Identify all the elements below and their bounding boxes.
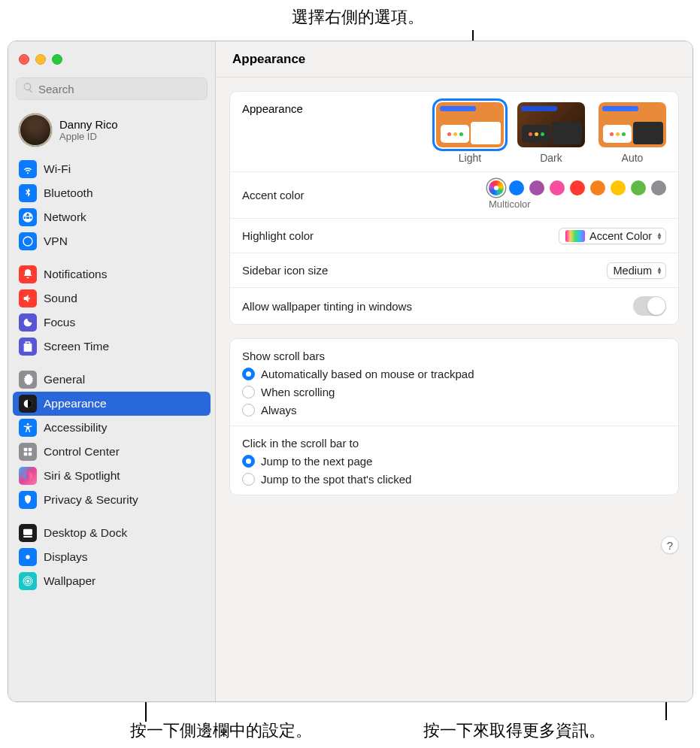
scrollclick-radio[interactable]: Jump to the next page <box>242 455 666 468</box>
radio-icon <box>242 404 255 416</box>
sidebar-item-label: Sound <box>44 292 77 305</box>
sidebar-item-focus[interactable]: Focus <box>13 310 211 335</box>
accent-swatch[interactable] <box>529 180 544 195</box>
content-body: Appearance LightDarkAuto Accent color Mu… <box>216 77 692 701</box>
sidebar-item-wifi[interactable]: Wi-Fi <box>13 157 211 181</box>
sidebar-item-bluetooth[interactable]: Bluetooth <box>13 181 211 205</box>
page-title: Appearance <box>232 52 305 67</box>
theme-light[interactable]: Light <box>436 102 504 164</box>
wallpaper-tint-switch[interactable] <box>633 296 666 316</box>
sidebar-item-screentime[interactable]: Screen Time <box>13 335 211 359</box>
sidebar-item-label: General <box>44 373 85 386</box>
sidebar-item-desktop[interactable]: Desktop & Dock <box>13 521 211 545</box>
sidebar-item-wallpaper[interactable]: Wallpaper <box>13 569 211 593</box>
scrollbars-radio[interactable]: Automatically based on mouse or trackpad <box>242 368 666 380</box>
search-field[interactable] <box>16 77 208 100</box>
radio-label: Automatically based on mouse or trackpad <box>261 368 474 380</box>
account-sub: Apple ID <box>59 131 118 142</box>
sidebar-item-general[interactable]: General <box>13 368 211 392</box>
sidebar-item-label: Wallpaper <box>44 574 95 588</box>
siri-icon <box>19 467 37 485</box>
accent-swatch[interactable] <box>489 180 504 195</box>
avatar <box>19 114 52 147</box>
accent-swatch[interactable] <box>651 180 666 195</box>
theme-thumb <box>517 102 585 147</box>
titlebar <box>8 41 215 77</box>
radio-icon <box>242 386 255 398</box>
minimize-button[interactable] <box>35 54 46 65</box>
scrollclick-radio[interactable]: Jump to the spot that's clicked <box>242 473 666 486</box>
sidebar-size-popup[interactable]: Medium ▲▼ <box>607 262 667 279</box>
svg-point-6 <box>23 471 32 480</box>
focus-icon <box>19 313 37 332</box>
appearance-icon <box>19 395 37 413</box>
content: Appearance Appearance LightDarkAuto Acce… <box>216 41 692 701</box>
scrollbars-group: Automatically based on mouse or trackpad… <box>242 368 666 416</box>
sidebar-item-label: Wi-Fi <box>44 162 71 176</box>
screentime-icon <box>19 338 37 356</box>
radio-icon <box>242 455 255 468</box>
search-icon <box>23 82 34 96</box>
sidebar-item-displays[interactable]: Displays <box>13 545 211 569</box>
highlight-label: Highlight color <box>242 229 559 242</box>
radio-icon <box>242 473 255 486</box>
scrollclick-group: Jump to the next pageJump to the spot th… <box>242 455 666 486</box>
svg-rect-3 <box>29 448 32 452</box>
sidebar-item-privacy[interactable]: Privacy & Security <box>13 488 211 512</box>
sidebar-item-label: Screen Time <box>44 340 109 353</box>
accent-label: Accent color <box>242 189 489 201</box>
theme-auto[interactable]: Auto <box>598 102 666 164</box>
sidebar-item-network[interactable]: Network <box>13 205 211 229</box>
highlight-popup[interactable]: Accent Color ▲▼ <box>559 228 666 244</box>
chevron-updown-icon: ▲▼ <box>656 232 662 240</box>
callout-bottom-right: 按一下來取得更多資訊。 <box>423 719 605 742</box>
svg-rect-8 <box>23 536 32 538</box>
radio-label: Jump to the spot that's clicked <box>261 473 411 486</box>
sidebar-item-notifications[interactable]: Notifications <box>13 262 211 286</box>
close-button[interactable] <box>19 54 29 65</box>
sidebar-item-siri[interactable]: Siri & Spotlight <box>13 464 211 488</box>
svg-rect-4 <box>24 453 28 456</box>
theme-label: Auto <box>598 152 666 164</box>
desktop-icon <box>19 524 37 542</box>
sidebar-item-vpn[interactable]: VPN <box>13 229 211 253</box>
chevron-updown-icon: ▲▼ <box>656 267 662 274</box>
account-name: Danny Rico <box>59 118 118 131</box>
highlight-value: Accent Color <box>589 230 652 242</box>
accent-swatch[interactable] <box>550 180 565 195</box>
sidebar-item-label: Displays <box>44 550 88 564</box>
theme-thumb <box>436 102 504 147</box>
sidebar-item-label: Desktop & Dock <box>44 526 127 540</box>
accent-swatch[interactable] <box>590 180 605 195</box>
wallpaper-tint-label: Allow wallpaper tinting in windows <box>242 300 633 313</box>
svg-point-10 <box>26 580 29 583</box>
zoom-button[interactable] <box>52 54 62 65</box>
accent-swatch[interactable] <box>509 180 524 195</box>
sidebar-item-label: Bluetooth <box>44 186 93 200</box>
accent-swatch[interactable] <box>631 180 646 195</box>
theme-dark[interactable]: Dark <box>517 102 585 164</box>
sidebar-item-label: Network <box>44 210 86 224</box>
highlight-row: Highlight color Accent Color ▲▼ <box>230 219 678 253</box>
accent-swatch[interactable] <box>611 180 626 195</box>
wifi-icon <box>19 160 37 178</box>
help-button[interactable]: ? <box>661 536 679 554</box>
sound-icon <box>19 289 37 307</box>
sidebar-item-controlcenter[interactable]: Control Center <box>13 440 211 464</box>
theme-options: LightDarkAuto <box>436 102 666 164</box>
search-input[interactable] <box>38 83 201 95</box>
account-row[interactable]: Danny Rico Apple ID <box>8 106 215 157</box>
sidebar-item-label: Focus <box>44 316 75 329</box>
accent-swatch[interactable] <box>570 180 585 195</box>
appearance-panel: Appearance LightDarkAuto Accent color Mu… <box>229 91 679 325</box>
sidebar-size-value: Medium <box>614 265 653 277</box>
sidebar-item-appearance[interactable]: Appearance <box>13 392 211 416</box>
scrollbars-radio[interactable]: When scrolling <box>242 386 666 398</box>
sidebar-item-label: Control Center <box>44 445 120 459</box>
sidebar-item-sound[interactable]: Sound <box>13 286 211 310</box>
sidebar-item-label: Siri & Spotlight <box>44 469 120 483</box>
scrollbars-radio[interactable]: Always <box>242 404 666 416</box>
sidebar-item-accessibility[interactable]: Accessibility <box>13 416 211 440</box>
svg-point-1 <box>27 423 29 425</box>
svg-rect-7 <box>23 529 32 535</box>
